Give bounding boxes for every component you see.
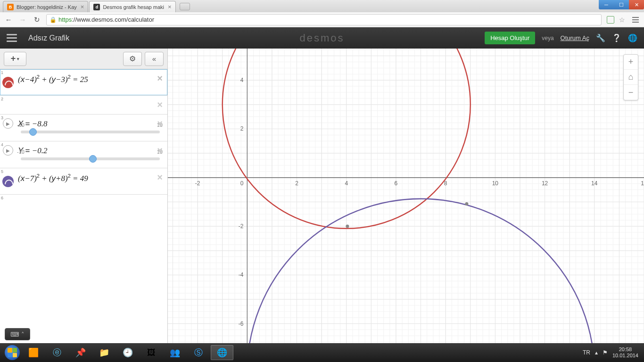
svg-text:-2: -2 [239, 223, 244, 230]
svg-text:4: 4 [240, 77, 244, 83]
svg-text:10: 10 [492, 180, 499, 187]
slider-min[interactable]: -10 [17, 149, 25, 155]
delete-row-icon[interactable]: × [157, 99, 163, 110]
wrench-icon[interactable]: 🔧 [596, 33, 605, 42]
delete-row-icon[interactable]: × [157, 172, 163, 183]
desmos-favicon: d [93, 4, 100, 10]
slider-container: -1010 [0, 132, 167, 141]
chrome-menu-button[interactable] [631, 17, 640, 23]
tray-lang[interactable]: TR [583, 349, 590, 356]
tray-clock[interactable]: 20:58 10.01.2014 [612, 346, 638, 359]
delete-row-icon[interactable]: × [157, 145, 163, 156]
url-input[interactable]: 🔒 https://www.desmos.com/calculator [46, 14, 602, 25]
close-tab-icon[interactable]: × [81, 3, 84, 10]
abp-shield-icon[interactable] [606, 16, 615, 24]
zoom-home-button[interactable]: ⌂ [624, 70, 638, 85]
taskbar-clock-icon[interactable]: 🕘 [116, 345, 139, 360]
tray-up-icon[interactable]: ▴ [595, 349, 598, 356]
zoom-out-button[interactable]: − [624, 85, 638, 100]
expression-row[interactable]: 5 (x−7)2 + (y+8)2 = 49 × [0, 168, 167, 195]
row-number: 4 [1, 142, 3, 147]
share-icon[interactable]: 🌐 [628, 33, 637, 42]
new-tab-button[interactable] [180, 3, 190, 10]
graph-canvas[interactable]: -2246810121416-6-4-2240 + ⌂ − [168, 49, 644, 343]
taskbar-mediaplayer-icon[interactable]: 🟧 [22, 345, 45, 360]
settings-button[interactable]: ⚙ [123, 52, 142, 66]
reload-button[interactable]: ↻ [32, 15, 41, 25]
expression-input[interactable]: (x−7)2 + (y+8)2 = 49 [16, 168, 167, 194]
expression-row[interactable]: 4▶ Y = −0.2 × -1010 [0, 141, 167, 168]
login-link[interactable]: Oturum Aç [561, 34, 589, 41]
slider-thumb[interactable] [29, 128, 37, 136]
svg-text:4: 4 [345, 180, 348, 187]
forward-button[interactable]: → [18, 15, 27, 25]
close-tab-icon[interactable]: × [168, 3, 172, 10]
taskbar-ie-icon[interactable]: ⓔ [46, 345, 68, 360]
expression-input[interactable] [16, 96, 167, 114]
slider-min[interactable]: -10 [17, 122, 25, 128]
graph-title[interactable]: Adsız Grafik [28, 34, 69, 42]
bookmark-star-icon[interactable]: ☆ [618, 16, 626, 24]
url-path: ://www.desmos.com/calculator [72, 16, 154, 23]
menu-button[interactable] [7, 34, 17, 42]
browser-tab-desmos[interactable]: d Desmos grafik hesap maki × [89, 1, 175, 12]
help-icon[interactable]: ❔ [612, 33, 621, 42]
window-minimize-button[interactable]: ─ [599, 0, 614, 9]
taskbar-pin-icon[interactable]: 📌 [69, 345, 92, 360]
slider-container: -1010 [0, 159, 167, 168]
graph-svg: -2246810121416-6-4-2240 [168, 49, 644, 343]
window-controls: ─ ☐ ✕ [599, 0, 644, 9]
url-scheme: https [58, 16, 72, 23]
create-account-button[interactable]: Hesap Oluştur [485, 32, 535, 44]
collapse-sidebar-button[interactable]: « [145, 52, 164, 66]
app-header: Adsız Grafik desmos Hesap Oluştur veya O… [0, 27, 644, 49]
system-tray: TR ▴ ⚑ 20:58 10.01.2014 [583, 346, 641, 359]
keyboard-toggle-button[interactable]: ⌨ ˄ [5, 328, 30, 340]
row-number: 6 [1, 196, 3, 200]
expression-input[interactable] [16, 195, 167, 214]
svg-text:2: 2 [295, 180, 298, 187]
expression-row[interactable]: 2× [0, 96, 167, 115]
svg-point-178 [465, 202, 468, 206]
slider-track[interactable] [21, 131, 160, 133]
expression-sidebar: +▾ ⚙ « 1 (x−4)2 + (y−3)2 = 25 ×2×3▶ X = … [0, 49, 168, 343]
tab-title: Blogger: hoşgeldiniz - Kay [17, 4, 77, 10]
delete-row-icon[interactable]: × [157, 73, 163, 84]
back-button[interactable]: ← [4, 15, 13, 25]
taskbar-skype-icon[interactable]: Ⓢ [187, 345, 210, 360]
expression-input[interactable]: X = −8.8 [16, 115, 167, 132]
expression-input[interactable]: (x−4)2 + (y−3)2 = 25 [16, 69, 167, 95]
svg-text:14: 14 [591, 180, 598, 187]
add-expression-button[interactable]: +▾ [4, 52, 26, 66]
browser-tab-strip: B Blogger: hoşgeldiniz - Kay × d Desmos … [0, 0, 644, 12]
sidebar-toolbar: +▾ ⚙ « [0, 49, 167, 69]
svg-text:-2: -2 [195, 180, 200, 187]
taskbar-app1-icon[interactable]: 🖼 [140, 345, 163, 360]
zoom-in-button[interactable]: + [624, 55, 638, 70]
desmos-logo: desmos [299, 32, 344, 44]
row-number: 5 [1, 169, 3, 174]
row-number: 1 [1, 70, 3, 75]
row-number: 3 [1, 115, 3, 120]
window-close-button[interactable]: ✕ [629, 0, 644, 9]
tray-flag-icon[interactable]: ⚑ [603, 349, 608, 356]
expression-row[interactable]: 6 [0, 195, 167, 214]
delete-row-icon[interactable]: × [157, 118, 163, 129]
expression-row[interactable]: 3▶ X = −8.8 × -1010 [0, 115, 167, 141]
slider-thumb[interactable] [89, 155, 97, 163]
expression-list: 1 (x−4)2 + (y−3)2 = 25 ×2×3▶ X = −8.8 × … [0, 69, 167, 343]
slider-track[interactable] [21, 157, 160, 160]
tray-time: 20:58 [612, 346, 638, 353]
or-text: veya [542, 35, 553, 41]
zoom-controls: + ⌂ − [623, 54, 638, 100]
browser-address-bar: ← → ↻ 🔒 https://www.desmos.com/calculato… [0, 12, 644, 27]
window-maximize-button[interactable]: ☐ [614, 0, 629, 9]
browser-tab-blogger[interactable]: B Blogger: hoşgeldiniz - Kay × [3, 1, 88, 12]
taskbar-explorer-icon[interactable]: 📁 [93, 345, 116, 360]
taskbar-msn-icon[interactable]: 👥 [164, 345, 186, 360]
expression-row[interactable]: 1 (x−4)2 + (y−3)2 = 25 × [0, 69, 167, 96]
taskbar-chrome-icon[interactable]: 🌐 [211, 345, 233, 360]
start-button[interactable] [3, 343, 22, 362]
svg-text:6: 6 [395, 180, 398, 187]
svg-point-177 [346, 225, 349, 228]
